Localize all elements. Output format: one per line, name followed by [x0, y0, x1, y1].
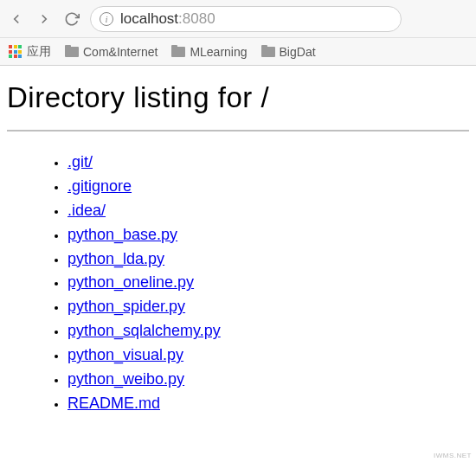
apps-grid-icon: [9, 45, 22, 58]
bookmarks-bar: 应用 Com&Internet MLearning BigDat: [0, 38, 476, 66]
watermark: IWMS.NET: [434, 452, 472, 459]
list-item: python_oneline.py: [68, 271, 469, 295]
entry-link[interactable]: .idea/: [68, 202, 106, 219]
list-item: python_base.py: [68, 223, 469, 247]
list-item: .gitignore: [68, 175, 469, 199]
entry-link[interactable]: python_spider.py: [68, 298, 185, 315]
nav-buttons: [9, 11, 80, 27]
list-item: python_weibo.py: [68, 368, 469, 392]
apps-button[interactable]: 应用: [9, 44, 51, 60]
page-title: Directory listing for /: [7, 81, 469, 114]
list-item: .git/: [68, 151, 469, 175]
entry-link[interactable]: python_weibo.py: [68, 370, 184, 388]
list-item: README.md: [68, 392, 469, 416]
page-content: Directory listing for / .git/ .gitignore…: [0, 66, 476, 425]
address-bar[interactable]: i localhost:8080: [90, 6, 402, 32]
url-host: localhost: [120, 10, 178, 27]
bookmark-label: Com&Internet: [83, 45, 158, 59]
entry-link[interactable]: python_sqlalchemy.py: [68, 322, 221, 339]
entry-link[interactable]: .gitignore: [68, 177, 132, 195]
bookmark-label: MLearning: [190, 45, 247, 59]
list-item: python_visual.py: [68, 343, 469, 368]
directory-listing: .git/ .gitignore .idea/ python_base.py p…: [7, 151, 469, 416]
list-item: .idea/: [68, 199, 469, 223]
folder-icon: [171, 47, 185, 57]
bookmark-folder-bigdata[interactable]: BigDat: [261, 45, 316, 59]
folder-icon: [261, 47, 275, 57]
list-item: python_spider.py: [68, 295, 469, 319]
entry-link[interactable]: python_oneline.py: [68, 273, 194, 291]
entry-link[interactable]: python_base.py: [68, 226, 177, 243]
divider: [7, 130, 469, 132]
info-icon[interactable]: i: [100, 12, 113, 26]
forward-button[interactable]: [36, 11, 52, 27]
entry-link[interactable]: README.md: [68, 395, 160, 412]
bookmark-folder-mlearning[interactable]: MLearning: [171, 45, 247, 59]
back-button[interactable]: [9, 11, 24, 27]
entry-link[interactable]: python_visual.py: [68, 346, 183, 363]
list-item: python_sqlalchemy.py: [68, 319, 469, 343]
entry-link[interactable]: .git/: [68, 153, 93, 170]
entry-link[interactable]: python_lda.py: [68, 250, 164, 267]
list-item: python_lda.py: [68, 247, 469, 272]
url-display: localhost:8080: [120, 10, 215, 28]
url-port: :8080: [178, 10, 215, 27]
folder-icon: [65, 47, 79, 57]
reload-button[interactable]: [64, 11, 80, 27]
bookmark-label: BigDat: [280, 45, 316, 59]
apps-label: 应用: [27, 44, 51, 60]
browser-toolbar: i localhost:8080: [0, 0, 476, 38]
bookmark-folder-com-internet[interactable]: Com&Internet: [65, 45, 158, 59]
